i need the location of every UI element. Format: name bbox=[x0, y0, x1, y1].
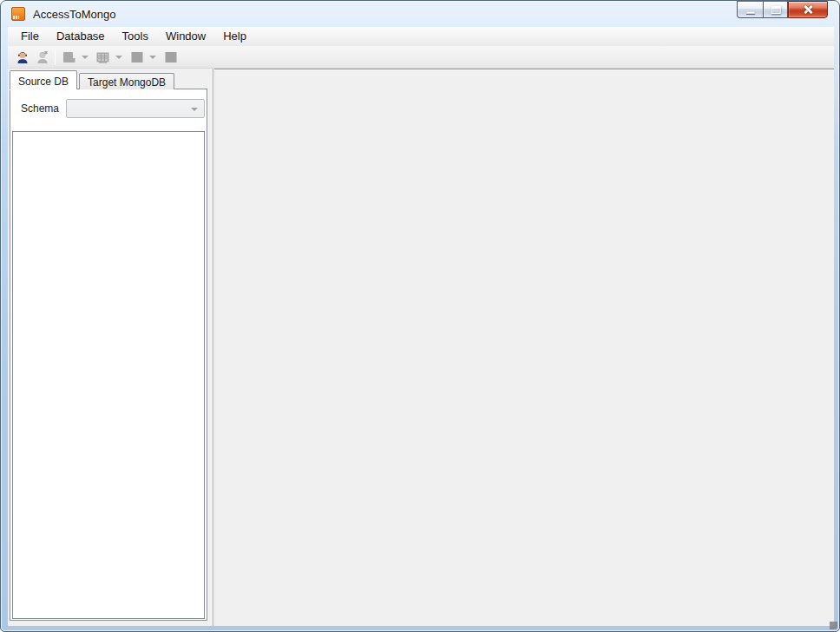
tabs-row: Source DB Target MongoDB bbox=[10, 70, 207, 89]
app-window: AccessToMongo File Database Tools Window… bbox=[0, 0, 840, 632]
square-icon bbox=[130, 50, 144, 64]
menu-tools[interactable]: Tools bbox=[114, 27, 157, 46]
menubar: File Database Tools Window Help bbox=[8, 27, 834, 46]
caption-buttons bbox=[737, 1, 828, 18]
minimize-button[interactable] bbox=[737, 1, 763, 18]
client-area: File Database Tools Window Help bbox=[8, 27, 834, 626]
menu-file[interactable]: File bbox=[12, 27, 48, 46]
tables-listbox[interactable] bbox=[12, 131, 205, 619]
chevron-down-icon bbox=[115, 56, 122, 59]
menu-database[interactable]: Database bbox=[48, 27, 114, 46]
maximize-button[interactable] bbox=[763, 1, 788, 18]
minimize-icon bbox=[746, 11, 755, 14]
export-dropdown-button[interactable] bbox=[79, 48, 90, 67]
chevron-down-icon bbox=[149, 56, 156, 59]
export-button[interactable] bbox=[59, 48, 79, 67]
close-button[interactable] bbox=[788, 1, 828, 18]
toolbar bbox=[8, 46, 834, 69]
source-db-tab-page: Schema bbox=[10, 89, 207, 621]
table-view-button[interactable] bbox=[93, 48, 113, 67]
maximize-icon bbox=[771, 6, 780, 14]
tab-source-db[interactable]: Source DB bbox=[10, 70, 77, 89]
migrate-button[interactable] bbox=[127, 48, 147, 67]
connect-button[interactable] bbox=[12, 48, 32, 67]
schema-label: Schema bbox=[21, 102, 59, 115]
disconnect-button[interactable] bbox=[32, 48, 52, 67]
content-area: Source DB Target MongoDB Schema bbox=[8, 69, 834, 626]
document-icon bbox=[62, 50, 76, 64]
close-icon bbox=[803, 4, 813, 15]
toolbar-separator bbox=[55, 49, 56, 65]
chevron-down-icon bbox=[82, 56, 89, 59]
workspace-area bbox=[214, 69, 834, 626]
table-view-dropdown-button[interactable] bbox=[113, 48, 124, 67]
resize-grip[interactable] bbox=[830, 622, 837, 629]
migrate-dropdown-button[interactable] bbox=[147, 48, 158, 67]
table-icon bbox=[95, 50, 110, 64]
tab-target-mongodb[interactable]: Target MongoDB bbox=[79, 73, 174, 89]
stop-button[interactable] bbox=[161, 48, 180, 67]
titlebar[interactable]: AccessToMongo bbox=[1, 1, 839, 27]
menu-window[interactable]: Window bbox=[157, 27, 214, 46]
user-disconnect-icon bbox=[36, 50, 49, 64]
app-icon[interactable] bbox=[11, 7, 25, 21]
chevron-down-icon bbox=[191, 108, 198, 111]
user-connect-icon bbox=[16, 50, 30, 64]
square-icon bbox=[164, 50, 178, 64]
window-title: AccessToMongo bbox=[33, 8, 115, 21]
source-target-tab-control: Source DB Target MongoDB Schema bbox=[10, 70, 207, 621]
menu-help[interactable]: Help bbox=[214, 27, 255, 46]
schema-combobox[interactable] bbox=[66, 99, 205, 118]
